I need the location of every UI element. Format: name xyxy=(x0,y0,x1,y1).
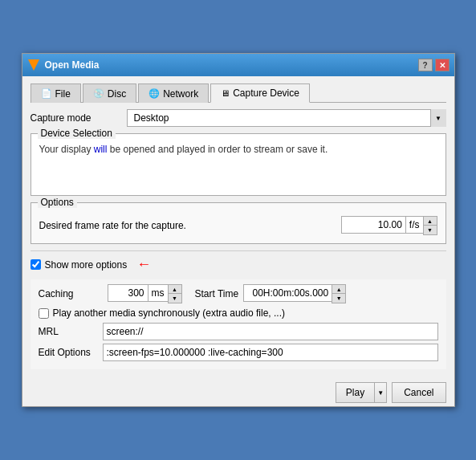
tab-disc-label: Disc xyxy=(108,88,126,100)
frame-rate-down-btn[interactable]: ▼ xyxy=(424,226,437,234)
start-time-label: Start Time xyxy=(195,288,239,299)
title-bar: Open Media ? ✕ xyxy=(22,54,454,76)
title-buttons: ? ✕ xyxy=(418,59,450,71)
file-tab-icon: 📄 xyxy=(41,88,52,99)
tab-file[interactable]: 📄 File xyxy=(31,83,81,103)
capture-mode-select[interactable]: Desktop DirectShow TV - digital TV - ana… xyxy=(127,109,446,127)
device-msg-highlight: will xyxy=(94,144,108,155)
vlc-icon xyxy=(27,59,40,71)
mrl-label: MRL xyxy=(39,326,103,337)
device-msg-part1: Your display xyxy=(39,144,94,155)
caching-down-btn[interactable]: ▼ xyxy=(169,294,181,303)
start-time-group: Start Time ▲ ▼ xyxy=(195,284,347,303)
play-button[interactable]: Play xyxy=(336,382,374,403)
start-time-down-btn[interactable]: ▼ xyxy=(332,294,345,303)
device-msg-part2: be opened and played in order to stream … xyxy=(107,144,328,155)
play-another-checkbox[interactable] xyxy=(39,308,49,319)
options-group-title: Options xyxy=(38,197,77,208)
capture-tab-icon: 🖥 xyxy=(221,88,230,98)
tab-disc[interactable]: 💿 Disc xyxy=(83,83,136,103)
edit-options-row: Edit Options xyxy=(39,344,438,361)
device-selection-group: Device Selection Your display will be op… xyxy=(31,133,446,196)
edit-options-input[interactable] xyxy=(103,344,438,361)
capture-mode-row: Capture mode Desktop DirectShow TV - dig… xyxy=(31,109,446,127)
show-more-text: Show more options xyxy=(45,259,128,271)
disc-tab-icon: 💿 xyxy=(93,88,104,99)
network-tab-icon: 🌐 xyxy=(148,88,160,99)
close-button[interactable]: ✕ xyxy=(435,59,450,71)
caching-up-btn[interactable]: ▲ xyxy=(169,285,181,294)
play-another-label: Play another media synchronously (extra … xyxy=(53,307,285,319)
mrl-row: MRL xyxy=(39,323,438,340)
play-dropdown-arrow[interactable]: ▼ xyxy=(374,382,387,403)
show-more-checkbox[interactable] xyxy=(31,259,41,270)
start-time-spinbox-btns: ▲ ▼ xyxy=(332,284,346,303)
start-time-up-btn[interactable]: ▲ xyxy=(332,285,345,294)
caching-label: Caching xyxy=(39,288,103,299)
caching-unit: ms xyxy=(148,284,168,302)
frame-rate-spinbox-btns: ▲ ▼ xyxy=(423,216,437,235)
frame-rate-spinbox: f/s ▲ ▼ xyxy=(341,216,437,235)
open-media-dialog: Open Media ? ✕ 📄 File 💿 Disc 🌐 Network 🖥 xyxy=(22,53,455,407)
tab-file-label: File xyxy=(55,88,71,100)
play-button-group: Play ▼ xyxy=(336,382,387,403)
tab-bar: 📄 File 💿 Disc 🌐 Network 🖥 Capture Device xyxy=(31,83,446,103)
tab-capture-label: Capture Device xyxy=(233,88,299,99)
window-title: Open Media xyxy=(45,59,100,71)
bottom-buttons: Play ▼ Cancel xyxy=(22,377,454,406)
capture-mode-label: Capture mode xyxy=(31,112,127,124)
caching-input[interactable] xyxy=(108,284,148,302)
cancel-button[interactable]: Cancel xyxy=(392,382,445,403)
start-time-spinbox: ▲ ▼ xyxy=(243,284,346,303)
tab-capture-device[interactable]: 🖥 Capture Device xyxy=(210,83,310,103)
frame-rate-row: Desired frame rate for the capture. f/s … xyxy=(39,216,437,235)
caching-spinbox: ms ▲ ▼ xyxy=(108,284,182,303)
divider xyxy=(31,250,446,251)
show-more-label[interactable]: Show more options xyxy=(31,259,128,271)
device-selection-title: Device Selection xyxy=(38,128,116,139)
frame-rate-input[interactable] xyxy=(341,216,405,234)
mrl-input[interactable] xyxy=(103,323,438,340)
help-button[interactable]: ? xyxy=(418,59,433,71)
frame-rate-up-btn[interactable]: ▲ xyxy=(424,217,437,226)
caching-spinbox-btns: ▲ ▼ xyxy=(168,284,182,303)
device-selection-content: Your display will be opened and played i… xyxy=(39,140,437,189)
arrow-indicator: ← xyxy=(136,256,151,273)
title-bar-left: Open Media xyxy=(27,59,100,71)
caching-start-time-row: Caching ms ▲ ▼ Start Time xyxy=(39,284,438,303)
caching-group: Caching ms ▲ ▼ xyxy=(39,284,182,303)
edit-options-label: Edit Options xyxy=(39,347,103,358)
tab-network[interactable]: 🌐 Network xyxy=(138,83,209,103)
capture-mode-select-wrapper: Desktop DirectShow TV - digital TV - ana… xyxy=(127,109,446,127)
dialog-content: 📄 File 💿 Disc 🌐 Network 🖥 Capture Device… xyxy=(22,76,454,377)
show-more-row: Show more options ← xyxy=(31,256,446,273)
play-another-row: Play another media synchronously (extra … xyxy=(39,307,438,319)
start-time-input[interactable] xyxy=(243,284,332,302)
extra-options-panel: Caching ms ▲ ▼ Start Time xyxy=(31,279,446,369)
frame-rate-unit: f/s xyxy=(405,216,423,234)
tab-network-label: Network xyxy=(163,88,198,100)
options-group: Options Desired frame rate for the captu… xyxy=(31,202,446,244)
frame-rate-label: Desired frame rate for the capture. xyxy=(39,220,341,231)
